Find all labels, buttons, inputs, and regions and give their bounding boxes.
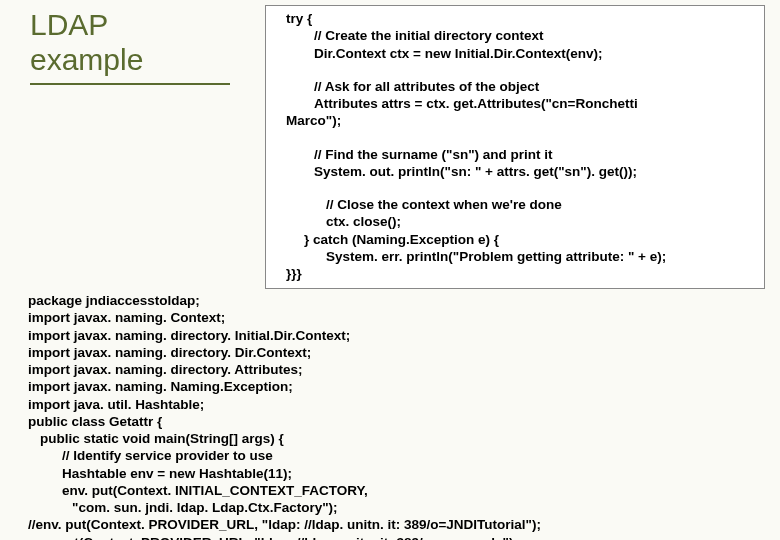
code-line: Marco"); bbox=[286, 112, 756, 129]
code-line: Attributes attrs = ctx. get.Attributes("… bbox=[286, 95, 756, 112]
code-line: // Ask for all attributes of the object bbox=[286, 78, 756, 95]
slide-title-line2: example bbox=[30, 43, 240, 78]
code-line: import javax. naming. directory. Dir.Con… bbox=[28, 344, 541, 361]
code-line: ctx. close(); bbox=[286, 213, 756, 230]
code-line: // Find the surname ("sn") and print it bbox=[286, 146, 756, 163]
code-line: env. put(Context. PROVIDER_URL, "ldap: /… bbox=[28, 534, 541, 540]
code-line: //env. put(Context. PROVIDER_URL, "ldap:… bbox=[28, 516, 541, 533]
code-line: package jndiaccesstoldap; bbox=[28, 292, 541, 309]
code-box-top: try { // Create the initial directory co… bbox=[265, 5, 765, 289]
code-line: // Close the context when we're done bbox=[286, 196, 756, 213]
code-line: import java. util. Hashtable; bbox=[28, 396, 541, 413]
code-line: // Create the initial directory context bbox=[286, 27, 756, 44]
code-main-block: package jndiaccesstoldap; import javax. … bbox=[28, 292, 541, 540]
blank-line bbox=[286, 180, 756, 196]
code-line: "com. sun. jndi. ldap. Ldap.Ctx.Factory"… bbox=[28, 499, 541, 516]
code-line: Hashtable env = new Hashtable(11); bbox=[28, 465, 541, 482]
title-underline bbox=[30, 83, 230, 85]
code-line: System. err. println("Problem getting at… bbox=[286, 248, 756, 265]
code-line: System. out. println("sn: " + attrs. get… bbox=[286, 163, 756, 180]
code-line: import javax. naming. directory. Initial… bbox=[28, 327, 541, 344]
code-line: public class Getattr { bbox=[28, 413, 541, 430]
code-line: env. put(Context. INITIAL_CONTEXT_FACTOR… bbox=[28, 482, 541, 499]
slide-title-block: LDAP example bbox=[30, 8, 240, 85]
code-line: }}} bbox=[286, 265, 756, 282]
code-line: import javax. naming. Context; bbox=[28, 309, 541, 326]
code-line: } catch (Naming.Exception e) { bbox=[286, 231, 756, 248]
blank-line bbox=[286, 62, 756, 78]
code-line: import javax. naming. Naming.Exception; bbox=[28, 378, 541, 395]
code-line: // Identify service provider to use bbox=[28, 447, 541, 464]
code-line: Dir.Context ctx = new Initial.Dir.Contex… bbox=[286, 45, 756, 62]
code-line: import javax. naming. directory. Attribu… bbox=[28, 361, 541, 378]
code-line: try { bbox=[286, 10, 756, 27]
slide-title-line1: LDAP bbox=[30, 8, 240, 43]
blank-line bbox=[286, 130, 756, 146]
code-line: public static void main(String[] args) { bbox=[28, 430, 541, 447]
